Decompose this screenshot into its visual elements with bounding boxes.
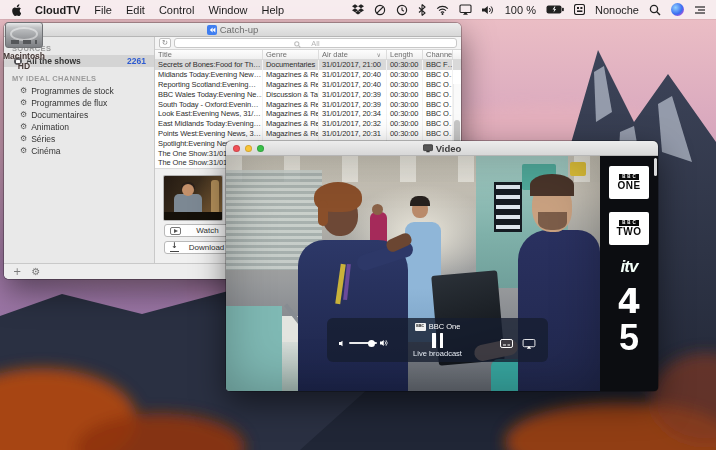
sidebar-item-channel[interactable]: ⚙ Programmes de flux <box>4 97 154 109</box>
cell-length: 00:30:00 <box>387 80 423 90</box>
sidebar-item-channel[interactable]: ⚙ Cinéma <box>4 145 154 157</box>
table-row[interactable]: East Midlands Today:Evening… Magazines &… <box>155 119 461 129</box>
sidebar-item-channel[interactable]: ⚙ Documentaires <box>4 109 154 121</box>
battery-icon[interactable] <box>546 5 564 14</box>
table-row[interactable]: BBC Wales Today:Evening Ne… Discussion &… <box>155 89 461 99</box>
catchup-app-icon <box>207 25 217 35</box>
pause-button[interactable] <box>432 333 443 348</box>
cell-length: 00:30:00 <box>387 99 423 109</box>
channel-logo-channel5[interactable]: 5 <box>619 323 639 353</box>
subtitles-icon[interactable] <box>500 339 513 349</box>
catchup-toolbar: ↻ <box>155 37 461 50</box>
search-icon <box>294 41 301 48</box>
channel-logo-itv[interactable]: itv <box>621 259 638 275</box>
refresh-button[interactable]: ↻ <box>159 38 171 48</box>
table-row[interactable]: Points West:Evening News, 3… Magazines &… <box>155 129 461 139</box>
channel-logo-bbc-one[interactable]: BBC ONE <box>609 166 649 199</box>
siri-icon[interactable] <box>671 3 684 16</box>
disk-label: Macintosh HD <box>0 51 48 71</box>
video-player[interactable]: BBC BBC One Live broadcast <box>226 156 600 391</box>
volume-knob[interactable] <box>368 340 375 347</box>
time-machine-icon[interactable] <box>396 4 408 16</box>
battery-percent-label[interactable]: 100 % <box>505 4 536 16</box>
menu-item[interactable]: File <box>94 4 112 16</box>
close-button[interactable] <box>233 145 240 152</box>
airplay-icon[interactable] <box>522 339 536 349</box>
settings-button[interactable]: ⚙ <box>31 267 40 277</box>
play-icon <box>170 227 181 235</box>
sort-desc-icon: ∨ <box>377 51 383 58</box>
cell-title: BBC Wales Today:Evening Ne… <box>155 89 263 99</box>
cell-genre: Discussion & Talk <box>263 89 319 99</box>
cell-airdate: 31/01/2017, 20:40 <box>319 80 387 90</box>
cell-channel: BBC O… <box>423 80 453 90</box>
channels-header: MY IDEAL CHANNELS <box>4 71 154 85</box>
add-source-button[interactable]: + <box>13 267 21 277</box>
gear-icon: ⚙ <box>20 87 27 95</box>
cell-genre: Magazines & Revi… <box>263 99 319 109</box>
username-label[interactable]: Nonoche <box>595 4 639 16</box>
cell-airdate: 31/01/2017, 20:32 <box>319 119 387 129</box>
catchup-titlebar[interactable]: Catch-up <box>4 23 461 37</box>
channel-label: Documentaires <box>31 110 88 120</box>
volume-max-icon <box>380 339 389 347</box>
menu-item[interactable]: Edit <box>126 4 145 16</box>
cell-channel: BBC O… <box>423 89 453 99</box>
column-header-airdate[interactable]: Air date∨ <box>319 50 387 59</box>
menu-item[interactable]: Control <box>159 4 194 16</box>
zoom-button[interactable] <box>257 145 264 152</box>
cell-length: 00:30:00 <box>387 60 423 70</box>
cell-airdate: 31/01/2017, 21:00 <box>319 60 387 70</box>
hard-drive-icon <box>5 22 43 48</box>
table-row[interactable]: Secrets of Bones:Food for Th… Documentar… <box>155 60 461 70</box>
menu-app-name[interactable]: CloudTV <box>35 4 80 16</box>
cell-airdate: 31/01/2017, 20:40 <box>319 70 387 80</box>
apple-menu-icon[interactable] <box>10 3 21 16</box>
dropbox-icon[interactable] <box>352 4 364 15</box>
all-shows-count-badge: 2261 <box>127 56 146 66</box>
search-input[interactable] <box>231 39 400 47</box>
cell-genre: Documentaries <box>263 60 319 70</box>
column-header-channel[interactable]: Channel <box>423 50 453 59</box>
sidebar-item-channel[interactable]: ⚙ Programmes de stock <box>4 85 154 97</box>
desktop-disk-icon[interactable]: Macintosh HD <box>0 22 48 71</box>
column-header-length[interactable]: Length <box>387 50 423 59</box>
menu-item[interactable]: Window <box>208 4 247 16</box>
column-header-title[interactable]: Title <box>155 50 263 59</box>
menu-bar: CloudTV FileEditControlWindowHelp <box>0 0 716 19</box>
table-row[interactable]: Look East:Evening News, 31/… Magazines &… <box>155 109 461 119</box>
column-header-genre[interactable]: Genre <box>263 50 319 59</box>
table-row[interactable]: Reporting Scotland:Evening… Magazines & … <box>155 80 461 90</box>
spotlight-search-icon[interactable] <box>649 4 661 16</box>
cell-airdate: 31/01/2017, 20:34 <box>319 109 387 119</box>
wifi-icon[interactable] <box>436 5 449 15</box>
channel-label: Programmes de flux <box>31 98 107 108</box>
airplay-display-icon[interactable] <box>459 4 472 15</box>
bluetooth-icon[interactable] <box>418 4 426 16</box>
notification-center-icon[interactable] <box>694 5 706 15</box>
cell-channel: BBC F… <box>423 60 453 70</box>
live-broadcast-label: Live broadcast <box>327 349 548 358</box>
table-row[interactable]: South Today - Oxford:Evenin… Magazines &… <box>155 99 461 109</box>
channel-logo-bbc-two[interactable]: BBC TWO <box>609 212 649 245</box>
cell-genre: Magazines & Revi… <box>263 70 319 80</box>
gear-icon: ⚙ <box>20 123 27 131</box>
video-titlebar[interactable]: Video <box>226 141 658 156</box>
minimize-button[interactable] <box>245 145 252 152</box>
input-menu-icon[interactable] <box>574 4 585 15</box>
gear-icon: ⚙ <box>20 111 27 119</box>
channel-logo-channel4[interactable]: 4 <box>617 286 641 316</box>
desktop: CloudTV FileEditControlWindowHelp <box>0 0 716 450</box>
sidebar-item-channel[interactable]: ⚙ Séries <box>4 133 154 145</box>
volume-slider[interactable] <box>339 339 389 347</box>
gear-icon: ⚙ <box>20 99 27 107</box>
volume-min-icon <box>339 340 346 347</box>
sidebar-item-channel[interactable]: ⚙ Animation <box>4 121 154 133</box>
volume-icon[interactable] <box>482 5 495 15</box>
table-row[interactable]: Midlands Today:Evening New… Magazines & … <box>155 70 461 80</box>
cell-length: 00:30:00 <box>387 109 423 119</box>
status-circle-icon[interactable] <box>374 4 386 16</box>
volume-track[interactable] <box>349 342 377 344</box>
menu-item[interactable]: Help <box>262 4 285 16</box>
search-field[interactable] <box>174 38 457 48</box>
